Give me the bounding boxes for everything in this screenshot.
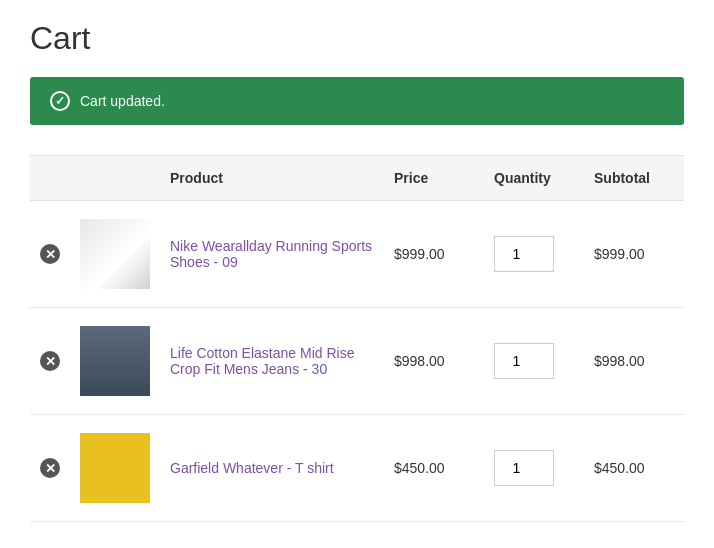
table-row: ✕Nike Wearallday Running Sports Shoes - … <box>30 201 684 308</box>
product-link[interactable]: Garfield Whatever - T shirt <box>170 460 334 476</box>
table-row: ✕Garfield Whatever - T shirt$450.00$450.… <box>30 415 684 522</box>
remove-icon: ✕ <box>40 458 60 478</box>
table-header: Product Price Quantity Subtotal <box>30 156 684 201</box>
quantity-input[interactable] <box>494 236 554 272</box>
cart-footer: Apply coupon Update cart <box>30 542 684 548</box>
product-image <box>80 326 150 396</box>
cart-updated-banner: ✓ Cart updated. <box>30 77 684 125</box>
check-circle-icon: ✓ <box>50 91 70 111</box>
product-link[interactable]: Nike Wearallday Running Sports Shoes - 0… <box>170 238 372 270</box>
remove-icon: ✕ <box>40 351 60 371</box>
cart-body: ✕Nike Wearallday Running Sports Shoes - … <box>30 201 684 522</box>
quantity-input[interactable] <box>494 343 554 379</box>
remove-item-button[interactable]: ✕ <box>40 244 60 264</box>
remove-icon: ✕ <box>40 244 60 264</box>
table-row: ✕Life Cotton Elastane Mid Rise Crop Fit … <box>30 308 684 415</box>
product-subtotal: $998.00 <box>584 308 684 415</box>
product-link[interactable]: Life Cotton Elastane Mid Rise Crop Fit M… <box>170 345 354 377</box>
col-header-image <box>70 156 160 201</box>
product-price: $998.00 <box>384 308 484 415</box>
product-subtotal: $999.00 <box>584 201 684 308</box>
col-header-price: Price <box>384 156 484 201</box>
page-container: Cart ✓ Cart updated. Product Price Quant… <box>0 0 714 548</box>
product-price: $450.00 <box>384 415 484 522</box>
product-price: $999.00 <box>384 201 484 308</box>
product-image <box>80 433 150 503</box>
product-image <box>80 219 150 289</box>
remove-item-button[interactable]: ✕ <box>40 351 60 371</box>
col-header-product: Product <box>160 156 384 201</box>
col-header-remove <box>30 156 70 201</box>
page-title: Cart <box>30 20 684 57</box>
banner-message: Cart updated. <box>80 93 165 109</box>
quantity-input[interactable] <box>494 450 554 486</box>
col-header-subtotal: Subtotal <box>584 156 684 201</box>
col-header-quantity: Quantity <box>484 156 584 201</box>
remove-item-button[interactable]: ✕ <box>40 458 60 478</box>
cart-table: Product Price Quantity Subtotal ✕Nike We… <box>30 155 684 522</box>
product-subtotal: $450.00 <box>584 415 684 522</box>
